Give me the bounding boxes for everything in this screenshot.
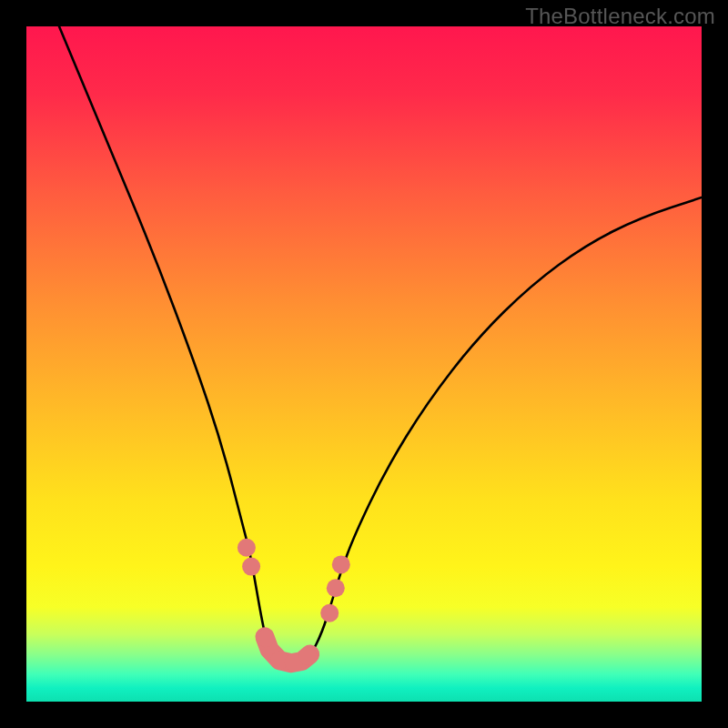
curve-marker	[257, 629, 275, 647]
curve-marker	[327, 579, 345, 597]
curve-marker	[242, 558, 260, 576]
chart-svg	[26, 26, 702, 702]
chart-plot-area	[26, 26, 702, 702]
curve-marker	[320, 604, 339, 622]
watermark-text: TheBottleneck.com	[525, 4, 715, 29]
curve-marker	[238, 539, 256, 557]
curve-marker	[332, 555, 350, 573]
curve-markers	[238, 539, 350, 672]
curve-right	[288, 197, 702, 667]
curve-marker	[298, 647, 317, 665]
